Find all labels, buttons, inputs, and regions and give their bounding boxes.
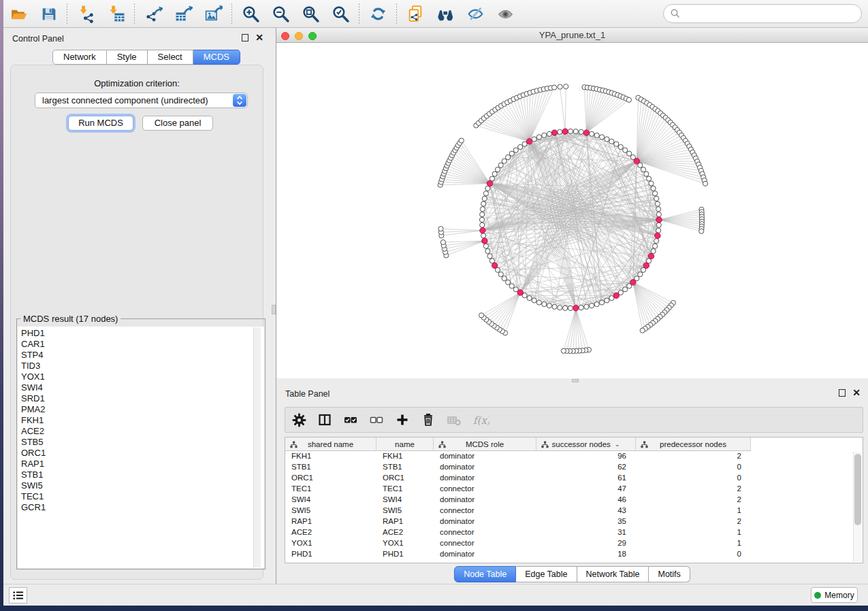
import-table-icon[interactable] [107, 5, 125, 23]
table-row[interactable]: SWI5SWI5connector431 [285, 506, 863, 517]
task-history-button[interactable] [9, 587, 27, 604]
gear-icon[interactable] [292, 413, 308, 427]
window-minimize-button[interactable] [295, 32, 303, 40]
result-node[interactable]: GCR1 [21, 502, 264, 513]
column-header-predecessor-nodes[interactable]: predecessor nodes [636, 437, 751, 451]
result-node[interactable]: YOX1 [21, 371, 264, 382]
table-row[interactable]: YOX1YOX1connector291 [285, 539, 863, 550]
float-panel-icon[interactable] [242, 34, 248, 42]
tab-network-table[interactable]: Network Table [577, 566, 649, 582]
mcds-result-list[interactable]: PHD1CAR1STP4TID3YOX1SWI4SRD1PMA2FKH1ACE2… [18, 327, 264, 568]
column-header-successor-nodes[interactable]: successor nodes⌄ [536, 437, 636, 451]
column-chooser-icon[interactable] [318, 413, 334, 427]
export-network-icon[interactable] [144, 5, 163, 23]
result-node[interactable]: FKH1 [21, 415, 264, 426]
column-header-name[interactable]: name [376, 437, 434, 451]
duplicate-network-icon[interactable] [406, 5, 425, 23]
close-panel-button[interactable]: Close panel [142, 116, 213, 131]
result-node[interactable]: SWI5 [21, 480, 264, 491]
tab-node-table[interactable]: Node Table [454, 566, 516, 582]
horizontal-splitter[interactable] [276, 378, 868, 383]
tab-network[interactable]: Network [52, 50, 107, 65]
optimization-criterion-select[interactable]: largest connected component (undirected) [35, 93, 248, 108]
status-bar: Memory [3, 584, 868, 606]
cell-shared-name: ORC1 [285, 474, 376, 484]
zoom-fit-icon[interactable] [302, 5, 320, 23]
result-node[interactable]: SWI4 [21, 382, 264, 393]
zoom-in-icon[interactable] [242, 5, 260, 23]
import-network-icon[interactable] [77, 5, 95, 23]
cell-MCDS-role: dominator [434, 495, 536, 506]
table-row[interactable]: STB1STB1dominator620 [285, 463, 863, 474]
result-node[interactable]: ACE2 [21, 426, 264, 437]
memory-button[interactable]: Memory [811, 587, 858, 603]
result-node[interactable]: ORC1 [21, 448, 264, 459]
tab-mcds[interactable]: MCDS [193, 50, 240, 65]
result-node[interactable]: TID3 [21, 361, 264, 371]
column-header-MCDS-role[interactable]: MCDS role [434, 437, 536, 451]
dropdown-spinner-icon [233, 94, 246, 107]
tab-motifs[interactable]: Motifs [649, 566, 690, 582]
unselect-all-icon[interactable] [370, 413, 386, 427]
result-node[interactable]: TEC1 [21, 491, 264, 502]
cell-predecessor-nodes: 0 [636, 474, 751, 484]
table-row[interactable]: PHD1PHD1dominator180 [285, 550, 863, 561]
result-node[interactable]: PHD1 [21, 328, 264, 339]
run-mcds-button[interactable]: Run MCDS [68, 116, 133, 131]
cell-MCDS-role: dominator [434, 463, 536, 474]
tab-edge-table[interactable]: Edge Table [516, 566, 577, 582]
table-scrollbar[interactable] [854, 454, 861, 525]
result-node[interactable]: STB5 [21, 437, 264, 448]
search-input[interactable] [663, 4, 862, 23]
birds-eye-view-icon[interactable] [496, 5, 515, 23]
export-table-icon[interactable] [174, 5, 193, 23]
cell-predecessor-nodes: 2 [636, 517, 751, 528]
select-all-icon[interactable] [344, 413, 360, 427]
open-icon[interactable] [10, 5, 28, 23]
window-close-button[interactable] [281, 32, 289, 40]
window-zoom-button[interactable] [308, 32, 317, 40]
table-row[interactable]: ORC1ORC1dominator610 [285, 474, 863, 484]
table-row[interactable]: TEC1TEC1connector472 [285, 484, 863, 495]
hide-graphics-details-icon[interactable] [466, 5, 485, 23]
cell-shared-name: PHD1 [285, 550, 376, 561]
delete-column-icon[interactable] [421, 413, 438, 427]
result-node[interactable]: STB1 [21, 469, 264, 480]
cell-name: SWI5 [376, 506, 434, 517]
zoom-out-icon[interactable] [272, 5, 290, 23]
zoom-selected-icon[interactable] [332, 5, 350, 23]
tab-select[interactable]: Select [148, 50, 193, 65]
float-table-panel-icon[interactable] [839, 389, 846, 397]
network-window-titlebar[interactable]: YPA_prune.txt_1 [276, 28, 868, 43]
network-canvas[interactable] [276, 43, 868, 378]
save-icon[interactable] [39, 5, 58, 23]
result-scrollbar[interactable] [253, 327, 261, 567]
table-scrollbar-track[interactable] [853, 452, 862, 562]
network-graph[interactable] [276, 43, 868, 378]
table-row[interactable]: ACE2ACE2connector311 [285, 528, 863, 539]
cell-predecessor-nodes: 1 [636, 539, 751, 550]
control-panel: Control Panel ✕ NetworkStyleSelectMCDS O… [3, 28, 271, 584]
table-row[interactable]: FKH1FKH1dominator962 [285, 452, 863, 463]
toolbar-separator [359, 3, 359, 24]
export-image-icon[interactable] [204, 5, 223, 23]
result-node[interactable]: STP4 [21, 350, 264, 361]
cell-name: ACE2 [376, 528, 434, 539]
cell-shared-name: YOX1 [285, 539, 376, 550]
cell-predecessor-nodes: 2 [636, 452, 751, 463]
column-header-shared-name[interactable]: shared name [285, 437, 376, 451]
vertical-splitter[interactable] [271, 28, 276, 584]
close-panel-icon[interactable]: ✕ [255, 34, 263, 42]
result-node[interactable]: SRD1 [21, 393, 264, 404]
add-column-icon[interactable] [396, 413, 412, 427]
cell-MCDS-role: connector [434, 528, 536, 539]
tab-style[interactable]: Style [107, 50, 148, 65]
table-row[interactable]: SWI4SWI4dominator462 [285, 495, 863, 506]
table-row[interactable]: RAP1RAP1dominator352 [285, 517, 863, 528]
close-table-panel-icon[interactable]: ✕ [852, 389, 861, 397]
result-node[interactable]: CAR1 [21, 339, 264, 350]
search-networks-icon[interactable] [436, 5, 455, 23]
result-node[interactable]: PMA2 [21, 404, 264, 415]
refresh-icon[interactable] [369, 5, 387, 23]
result-node[interactable]: RAP1 [21, 459, 264, 469]
